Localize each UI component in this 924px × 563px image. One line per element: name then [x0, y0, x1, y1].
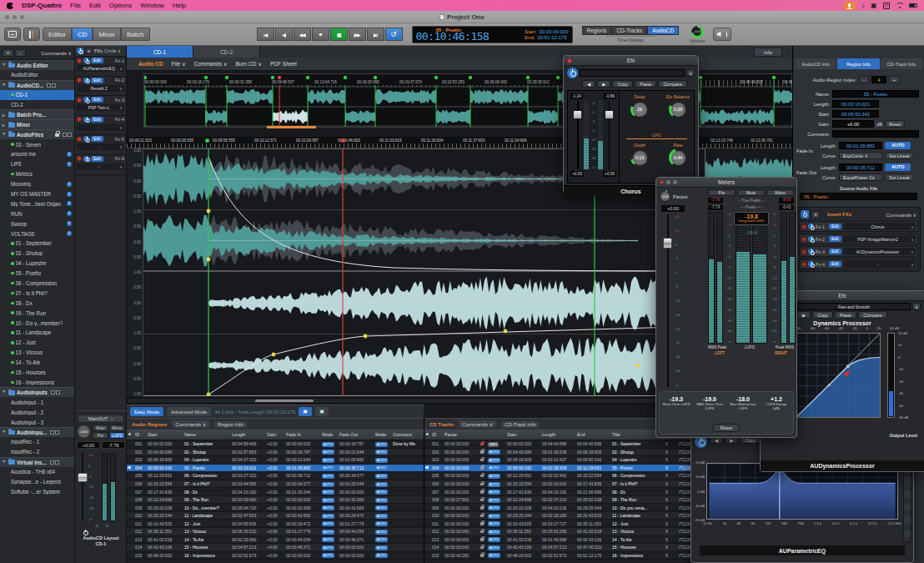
- power-icon[interactable]: [77, 48, 83, 54]
- lock-icon[interactable]: [480, 466, 484, 470]
- transport-button[interactable]: ▮▮: [330, 28, 348, 41]
- info-icon[interactable]: i: [67, 162, 72, 167]
- fx-select[interactable]: Reverb 2 ∨: [77, 85, 124, 92]
- bypass-icon[interactable]: [77, 78, 82, 83]
- sidebar-item[interactable]: ▸ 15 - Hourses i: [0, 368, 74, 378]
- fade-mode-badge[interactable]: AUTO: [375, 482, 388, 487]
- panel-toggle-icons[interactable]: [63, 133, 72, 137]
- cd-track-row[interactable]: 00700:00:00:000 AUTO 00:17:41:83600:04:1…: [424, 488, 705, 496]
- efx-power-icon[interactable]: [567, 68, 578, 78]
- info-icon[interactable]: i: [67, 152, 72, 157]
- fx-edit-button[interactable]: Edit: [829, 249, 841, 254]
- strip-button[interactable]: Mute: [93, 425, 108, 431]
- preset-chevron[interactable]: ∨: [912, 303, 921, 310]
- sidebar-item[interactable]: ▸ Softube -...er System i: [0, 486, 74, 496]
- cd-commands-menu[interactable]: Commands ∨: [459, 420, 496, 428]
- panel-toggle-icons[interactable]: [47, 83, 56, 88]
- fx-select[interactable]: Chorus∨: [843, 223, 916, 230]
- region-start-marker[interactable]: [205, 138, 209, 143]
- cd-track-row[interactable]: 00100:00:02:000 MAN 00:00:02:00000:04:40…: [424, 440, 705, 449]
- sidebar-item[interactable]: ▸ AudioFiles i: [0, 129, 74, 139]
- transport-button[interactable]: |◀: [257, 28, 274, 41]
- display-tab[interactable]: AudioCD: [647, 26, 679, 35]
- sidebar-item[interactable]: ▸ AudioInpu... i: [0, 427, 74, 437]
- fx-power-icon[interactable]: [83, 58, 89, 63]
- close-window-icon[interactable]: [5, 15, 9, 19]
- right-fader[interactable]: [605, 101, 613, 169]
- sidebar-item[interactable]: ▸ 14 - To Ale i: [0, 358, 74, 368]
- fade-mode-badge[interactable]: AUTO: [375, 537, 388, 542]
- burn-cd-menu[interactable]: Burn CD ∨: [235, 61, 262, 68]
- inspector-tab[interactable]: AudioCD Info: [795, 58, 836, 69]
- fade-mode-badge[interactable]: AUTO: [375, 458, 388, 463]
- fx-power-icon[interactable]: [83, 117, 89, 123]
- region-row[interactable]: 01000:29:25:344 11 - Landscape00:02:47:6…: [127, 512, 424, 520]
- fade-mode-badge[interactable]: AUTO: [375, 514, 388, 519]
- info-icon[interactable]: i: [67, 192, 72, 197]
- lock-icon[interactable]: [480, 443, 484, 446]
- playhead-marker[interactable]: [341, 138, 345, 143]
- region-name-field[interactable]: 05 - Poetto: [832, 90, 919, 98]
- region-row[interactable]: 00700:17:41:836 08 - Dx00:04:15:160 +0.0…: [127, 488, 424, 496]
- pre-button[interactable]: Pre: [708, 189, 736, 196]
- strip-button[interactable]: LUFS: [109, 432, 125, 439]
- cd-track-row[interactable]: 00800:00:27:902 AUTO 00:22:24:89800:02:3…: [424, 496, 705, 505]
- info-button[interactable]: Info: [754, 48, 782, 57]
- sidebar-item[interactable]: ▸ around me i: [0, 149, 74, 159]
- bypass-icon[interactable]: [77, 156, 82, 161]
- fx-select[interactable]: PSP VintageWarmer2∨: [843, 235, 916, 243]
- cd-track-row[interactable]: 01500:00:40:282 AUTO 00:48:20:60200:02:5…: [424, 552, 705, 560]
- volume-knob[interactable]: +0.00: [691, 26, 704, 38]
- sidebar-item[interactable]: ▸ Audio Editor i: [0, 60, 74, 70]
- meters-reset-button[interactable]: Reset: [713, 424, 740, 432]
- wifi-icon[interactable]: [896, 3, 903, 8]
- sidebar-item[interactable]: ▸ Swoop i: [0, 219, 74, 229]
- sidebar-item[interactable]: ▸ AudioInput - 2 i: [0, 407, 74, 417]
- fade-mode-badge[interactable]: AUTO: [322, 442, 334, 447]
- cd-tab[interactable]: CD-2: [193, 46, 260, 58]
- fade-mode-badge[interactable]: AUTO: [322, 498, 334, 503]
- transport-button[interactable]: ◀|: [275, 28, 293, 41]
- fx-select[interactable]: -∨: [843, 260, 916, 268]
- fx-select[interactable]: PSP Twin-L ∨: [77, 104, 124, 111]
- speaker-button[interactable]: [713, 28, 731, 41]
- fader-track[interactable]: [661, 214, 675, 387]
- transport-button[interactable]: ↺: [385, 28, 403, 41]
- bypass-icon[interactable]: [77, 137, 82, 142]
- insert-fx-commands[interactable]: Commands ∨: [886, 212, 916, 218]
- sidebar-item[interactable]: ▸ InputRec - 2 i: [0, 447, 74, 457]
- minimize-window-icon[interactable]: [13, 15, 17, 19]
- fade-mode-badge[interactable]: AUTO: [375, 530, 388, 535]
- sidebar-item[interactable]: ▸ CD-1 i: [0, 90, 74, 100]
- fx-edit-button[interactable]: Edit: [829, 224, 841, 229]
- cd-track-row[interactable]: 00600:00:00:000 AUTO 00:15:22:59400:02:1…: [424, 480, 705, 489]
- pause-mode-badge[interactable]: AUTO: [488, 450, 500, 455]
- sidebar-item[interactable]: ▸ 04 - Lupestre i: [0, 259, 74, 269]
- fx-power-icon[interactable]: [808, 236, 814, 242]
- pause-mode-badge[interactable]: AUTO: [488, 514, 500, 519]
- fx-edit-button[interactable]: Edit: [91, 58, 103, 63]
- region-length-field[interactable]: 00:03:16:021: [832, 100, 879, 108]
- fade-mode-badge[interactable]: AUTO: [322, 553, 334, 558]
- lock-icon[interactable]: [480, 499, 484, 502]
- cd-track-row[interactable]: 00200:00:00:000 AUTO 00:04:42:69600:01:3…: [424, 449, 705, 457]
- fade-mode-badge[interactable]: AUTO: [322, 465, 334, 470]
- fx-select[interactable]: AUDynamicsProcessor∨: [843, 248, 916, 255]
- bypass-icon[interactable]: [77, 58, 82, 63]
- mode-button[interactable]: Editor: [43, 28, 72, 41]
- display-tab[interactable]: Regions: [582, 26, 612, 35]
- pause-mode-badge[interactable]: AUTO: [488, 537, 500, 542]
- fade-mode-badge[interactable]: AUTO: [375, 505, 388, 510]
- sidebar-item[interactable]: ▸ Virtual Ins... i: [0, 457, 74, 467]
- remove-button[interactable]: -: [15, 49, 26, 57]
- bypass-icon[interactable]: [801, 237, 806, 242]
- pause-mode-badge[interactable]: AUTO: [488, 465, 500, 470]
- lock-icon[interactable]: [480, 490, 484, 494]
- panel-toggle-icons[interactable]: [50, 430, 59, 435]
- pause-mode-badge[interactable]: AUTO: [488, 521, 500, 526]
- pause-mode-badge[interactable]: AUTO: [488, 474, 500, 479]
- sidebar-item[interactable]: ▸ 01 - September i: [0, 239, 74, 249]
- fade-out-set-linear[interactable]: Set Linear: [885, 173, 914, 181]
- transport-button[interactable]: ▶|: [367, 28, 384, 41]
- bypass-icon[interactable]: [801, 249, 806, 254]
